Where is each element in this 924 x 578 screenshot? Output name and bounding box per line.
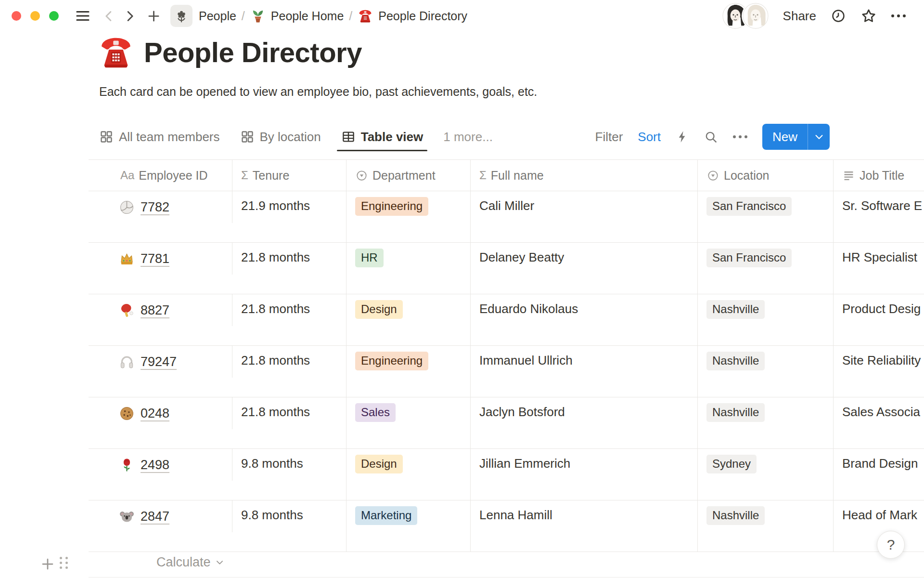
breadcrumb-people-directory[interactable]: People Directory xyxy=(378,9,467,23)
table-row[interactable]: 79247 21.8 months Engineering Immanuel U… xyxy=(89,346,924,397)
location-cell[interactable]: Sydney xyxy=(698,449,834,500)
table-row[interactable]: 0248 21.8 months Sales Jaclyn Botsford N… xyxy=(89,397,924,449)
back-button[interactable] xyxy=(103,10,116,23)
location-cell[interactable]: Nashville xyxy=(698,397,834,448)
location-cell[interactable]: San Francisco xyxy=(698,243,834,294)
table-row[interactable]: 7782 21.9 months Engineering Cali Miller… xyxy=(89,191,924,243)
job-title-cell[interactable]: Site Reliability xyxy=(834,346,924,397)
table-row[interactable]: 2847 9.8 months Marketing Lenna Hamill N… xyxy=(89,500,924,552)
employee-id-link[interactable]: 7782 xyxy=(141,200,169,215)
full-name-cell[interactable]: Immanuel Ullrich xyxy=(471,346,698,397)
column-header-full-name[interactable]: Σ Full name xyxy=(471,160,698,191)
tenure-cell[interactable]: 21.8 months xyxy=(232,397,346,448)
job-title-cell[interactable]: Sales Associa xyxy=(834,397,924,448)
help-button[interactable]: ? xyxy=(877,531,905,559)
full-name-cell[interactable]: Cali Miller xyxy=(471,191,698,242)
employee-id-cell[interactable]: 2498 xyxy=(89,449,232,481)
minimize-window-button[interactable] xyxy=(30,11,40,21)
employee-id-link[interactable]: 0248 xyxy=(141,406,169,421)
tenure-cell[interactable]: 21.9 months xyxy=(232,191,346,242)
share-button[interactable]: Share xyxy=(783,9,816,24)
zoom-window-button[interactable] xyxy=(49,11,59,21)
department-cell[interactable]: Engineering xyxy=(346,191,471,242)
job-title-cell[interactable]: HR Specialist xyxy=(834,243,924,294)
column-header-job-title[interactable]: Job Title xyxy=(834,160,924,191)
forward-button[interactable] xyxy=(123,10,136,23)
add-row-button[interactable] xyxy=(40,557,55,571)
employee-id-link[interactable]: 79247 xyxy=(141,355,177,369)
page-description[interactable]: Each card can be opened to view an emplo… xyxy=(99,85,537,99)
filter-button[interactable]: Filter xyxy=(595,130,623,144)
location-cell[interactable]: Nashville xyxy=(698,500,834,552)
crown-icon xyxy=(119,251,134,266)
new-button[interactable]: New xyxy=(762,124,808,150)
drag-handle[interactable] xyxy=(60,557,68,569)
department-cell[interactable]: Design xyxy=(346,294,471,345)
full-name-cell[interactable]: Delaney Beatty xyxy=(471,243,698,294)
department-cell[interactable]: Engineering xyxy=(346,346,471,397)
flower-workspace-icon xyxy=(174,8,189,24)
more-options-button[interactable] xyxy=(891,14,906,17)
red-telephone-icon[interactable] xyxy=(98,34,134,70)
employee-id-link[interactable]: 8827 xyxy=(141,303,169,318)
location-cell[interactable]: San Francisco xyxy=(698,191,834,242)
sort-button[interactable]: Sort xyxy=(638,130,661,144)
location-tag: Nashville xyxy=(706,506,765,525)
tenure-cell[interactable]: 21.8 months xyxy=(232,294,346,345)
breadcrumb-people-home[interactable]: People Home xyxy=(271,9,344,23)
automations-button[interactable] xyxy=(676,130,689,144)
new-dropdown-button[interactable] xyxy=(808,124,830,150)
view-options-button[interactable] xyxy=(733,135,747,138)
table-row[interactable]: 2498 9.8 months Design Jillian Emmerich … xyxy=(89,449,924,500)
history-button[interactable] xyxy=(831,8,846,24)
table-body: 7782 21.9 months Engineering Cali Miller… xyxy=(89,191,924,552)
tenure-cell[interactable]: 9.8 months xyxy=(232,449,346,500)
department-cell[interactable]: Sales xyxy=(346,397,471,448)
department-cell[interactable]: HR xyxy=(346,243,471,294)
tenure-cell[interactable]: 9.8 months xyxy=(232,500,346,552)
avatar[interactable] xyxy=(743,3,769,29)
tab-by-location[interactable]: By location xyxy=(240,121,321,152)
employee-id-link[interactable]: 7781 xyxy=(141,251,169,266)
job-title-cell[interactable]: Brand Design xyxy=(834,449,924,500)
location-cell[interactable]: Nashville xyxy=(698,346,834,397)
tab-table-view[interactable]: Table view xyxy=(341,121,424,152)
page-title[interactable]: People Directory xyxy=(144,36,362,68)
table-row[interactable]: 8827 21.8 months Design Eduardo Nikolaus… xyxy=(89,294,924,346)
job-title-cell[interactable]: Sr. Software E xyxy=(834,191,924,242)
employee-id-cell[interactable]: 79247 xyxy=(89,346,232,378)
location-cell[interactable]: Nashville xyxy=(698,294,834,345)
table-row[interactable]: 7781 21.8 months HR Delaney Beatty San F… xyxy=(89,243,924,294)
employee-id-cell[interactable]: 2847 xyxy=(89,500,232,532)
column-header-department[interactable]: Department xyxy=(346,160,471,191)
employee-id-link[interactable]: 2847 xyxy=(141,509,169,524)
employee-id-cell[interactable]: 7782 xyxy=(89,191,232,223)
more-views-button[interactable]: 1 more... xyxy=(443,121,493,152)
column-header-employee-id[interactable]: Aa Employee ID xyxy=(89,160,232,191)
search-button[interactable] xyxy=(704,130,718,144)
full-name-cell[interactable]: Jaclyn Botsford xyxy=(471,397,698,448)
full-name-cell[interactable]: Lenna Hamill xyxy=(471,500,698,552)
column-header-location[interactable]: Location xyxy=(698,160,834,191)
full-name-cell[interactable]: Eduardo Nikolaus xyxy=(471,294,698,345)
employee-id-link[interactable]: 2498 xyxy=(141,458,169,473)
employee-id-cell[interactable]: 7781 xyxy=(89,243,232,275)
close-window-button[interactable] xyxy=(12,11,21,21)
new-page-button[interactable] xyxy=(147,9,161,23)
breadcrumb-people[interactable]: People xyxy=(199,9,236,23)
tenure-value: 9.8 months xyxy=(241,456,303,471)
department-cell[interactable]: Design xyxy=(346,449,471,500)
job-title-cell[interactable]: Product Desig xyxy=(834,294,924,345)
collaborator-avatars[interactable] xyxy=(722,3,769,29)
employee-id-cell[interactable]: 0248 xyxy=(89,397,232,429)
department-cell[interactable]: Marketing xyxy=(346,500,471,552)
full-name-cell[interactable]: Jillian Emmerich xyxy=(471,449,698,500)
employee-id-cell[interactable]: 8827 xyxy=(89,294,232,326)
calculate-button[interactable]: Calculate xyxy=(156,555,224,570)
sidebar-toggle-button[interactable] xyxy=(75,8,91,24)
tenure-cell[interactable]: 21.8 months xyxy=(232,243,346,294)
tenure-cell[interactable]: 21.8 months xyxy=(232,346,346,397)
favorite-button[interactable] xyxy=(860,8,877,24)
tab-all-team-members[interactable]: All team members xyxy=(99,121,220,152)
column-header-tenure[interactable]: Σ Tenure xyxy=(232,160,346,191)
